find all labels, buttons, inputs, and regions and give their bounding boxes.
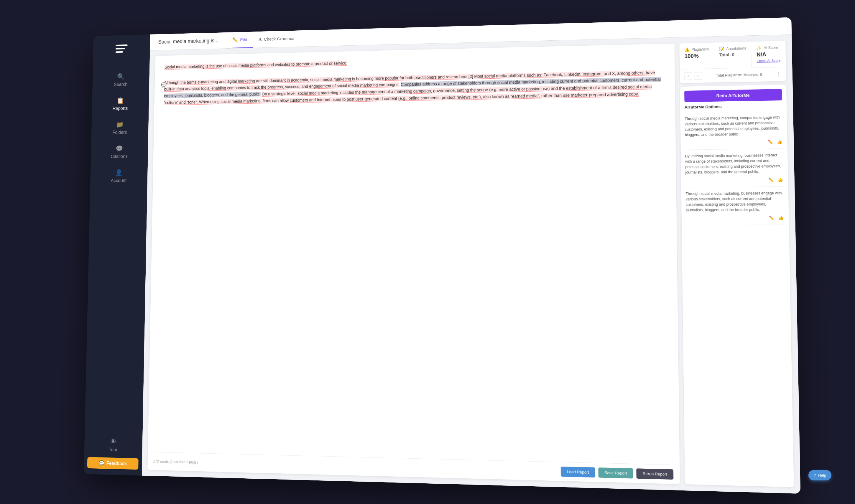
document-editor: Social media marketing is the use of soc…: [147, 43, 680, 484]
paragraph-2[interactable]: Although the terms e-marketing and digit…: [164, 69, 664, 106]
svg-rect-2: [115, 51, 123, 52]
plagiarism-metric: ⚠️ Plagiarism 100%: [679, 42, 714, 69]
option-text-3: Through social media marketing, business…: [685, 190, 784, 213]
highlighted-text: Social media marketing is the use of soc…: [164, 61, 347, 70]
document-title: Social media marketing is...: [158, 37, 219, 45]
toolbar-tabs: ✏️ Edit A Check Grammar: [227, 30, 300, 48]
sidebar-bottom: 👁 Tour 💬 Feedback: [84, 434, 142, 470]
main-content: Social media marketing is... ✏️ Edit A C…: [142, 17, 800, 493]
option-actions: ✏️ 👍: [686, 215, 784, 221]
next-arrow[interactable]: ›: [694, 72, 702, 80]
annotations-icon: 📝: [719, 46, 725, 51]
sidebar-item-account[interactable]: 👤 Account: [90, 165, 147, 187]
ai-score-value: N/A: [756, 51, 781, 58]
help-button[interactable]: ? Help: [808, 470, 832, 481]
paragraph-1[interactable]: Social media marketing is the use of soc…: [164, 52, 664, 71]
edit-option-2[interactable]: ✏️: [768, 177, 774, 183]
folders-icon: 📁: [116, 121, 123, 128]
sidebar-item-label: Citations: [110, 154, 128, 159]
check-ai-score-link[interactable]: Check AI Score: [756, 59, 781, 63]
tab-check-grammar[interactable]: A Check Grammar: [253, 30, 300, 48]
ai-score-title: AI Score: [764, 46, 778, 50]
sidebar-item-label: Account: [111, 178, 127, 183]
option-text-2: By utilizing social media marketing, bus…: [685, 152, 784, 175]
sidebar-item-label: Reports: [112, 106, 128, 111]
sidebar-item-label: Folders: [112, 130, 127, 135]
prev-arrow[interactable]: ‹: [684, 72, 692, 80]
help-label: Help: [818, 473, 826, 478]
sidebar-nav: 🔍 Search 📋 Reports 📁 Folders 💬 Citations…: [85, 69, 149, 436]
option-item: By utilizing social media marketing, bus…: [685, 149, 784, 187]
editor-actions: Load Report Save Report Rerun Report: [561, 466, 674, 479]
option-actions: ✏️ 👍: [685, 139, 783, 146]
annotations-value: Total: 0: [719, 52, 746, 57]
option-item: Through social media marketing, business…: [685, 186, 784, 225]
save-report-button[interactable]: Save Report: [598, 467, 633, 479]
sidebar-item-search[interactable]: 🔍 Search: [92, 69, 149, 92]
load-report-button[interactable]: Load Report: [561, 466, 595, 477]
sidebar-item-folders[interactable]: 📁 Folders: [91, 116, 149, 139]
plagiarism-nav: ‹ › Total Plagiarism Matches: 6 ⋮: [680, 67, 786, 83]
editor-body[interactable]: Social media marketing is the use of soc…: [148, 43, 680, 465]
ai-score-icon: ✨: [756, 46, 762, 50]
annotations-title: Annotations: [726, 46, 746, 51]
grammar-icon: A: [258, 37, 262, 41]
app-logo: [115, 43, 127, 55]
like-option-2[interactable]: 👍: [777, 177, 784, 183]
right-panel: ⚠️ Plagiarism 100% 📝 Annotations Total:: [679, 41, 794, 487]
citations-icon: 💬: [116, 145, 123, 152]
feedback-button[interactable]: 💬 Feedback: [87, 457, 139, 470]
like-option-3[interactable]: 👍: [778, 215, 784, 221]
tab-edit-label: Edit: [240, 37, 247, 42]
sidebar-item-reports[interactable]: 📋 Reports: [92, 92, 149, 115]
sidebar: 🔍 Search 📋 Reports 📁 Folders 💬 Citations…: [84, 34, 150, 475]
option-actions: ✏️ 👍: [685, 177, 784, 183]
options-menu[interactable]: ⋮: [776, 71, 782, 77]
like-option-1[interactable]: 👍: [776, 139, 783, 145]
option-item: Through social media marketing, companie…: [685, 111, 783, 150]
edit-option-3[interactable]: ✏️: [768, 215, 775, 221]
sidebar-item-citations[interactable]: 💬 Citations: [91, 141, 148, 163]
svg-rect-0: [116, 44, 127, 46]
rerun-report-button[interactable]: Rerun Report: [636, 468, 674, 480]
total-matches: Total Plagiarism Matches: 6: [716, 72, 762, 77]
metrics-row: ⚠️ Plagiarism 100% 📝 Annotations Total:: [679, 41, 786, 69]
sidebar-item-label: Tour: [109, 447, 117, 452]
redo-aitutor-button[interactable]: Redo AITutorMe: [684, 89, 782, 102]
help-icon: ?: [814, 473, 816, 478]
word-count: 172 words (Less than 1 page): [153, 459, 198, 464]
feedback-icon: 💬: [99, 460, 104, 466]
option-text-1: Through social media marketing, companie…: [685, 114, 783, 137]
aitutor-options: Through social media marketing, companie…: [680, 111, 794, 487]
annotations-metric: 📝 Annotations Total: 0: [714, 41, 752, 68]
tab-edit[interactable]: ✏️ Edit: [227, 32, 253, 48]
plagiarism-title: Plagiarism: [691, 47, 709, 51]
edit-option-1[interactable]: ✏️: [767, 139, 774, 145]
plagiarism-value: 100%: [684, 53, 709, 59]
feedback-label: Feedback: [106, 461, 127, 466]
metrics-card: ⚠️ Plagiarism 100% 📝 Annotations Total:: [679, 41, 786, 83]
comment-icon: 💬: [161, 81, 167, 89]
edit-icon: ✏️: [232, 37, 238, 43]
nav-arrows: ‹ ›: [684, 72, 702, 80]
search-icon: 🔍: [117, 73, 124, 80]
sidebar-item-tour[interactable]: 👁 Tour: [84, 434, 142, 456]
reports-icon: 📋: [117, 97, 124, 104]
ai-score-metric: ✨ AI Score N/A Check AI Score: [751, 41, 786, 68]
plagiarism-icon: ⚠️: [684, 47, 690, 52]
account-icon: 👤: [115, 169, 122, 177]
document-area: Social media marketing is the use of soc…: [142, 34, 800, 493]
tab-grammar-label: Check Grammar: [264, 36, 295, 41]
svg-rect-1: [116, 48, 125, 50]
tour-icon: 👁: [110, 438, 117, 445]
aitutor-card: Redo AITutorMe AITutorMe Options: Throug…: [680, 85, 794, 487]
sidebar-item-label: Search: [114, 82, 128, 87]
